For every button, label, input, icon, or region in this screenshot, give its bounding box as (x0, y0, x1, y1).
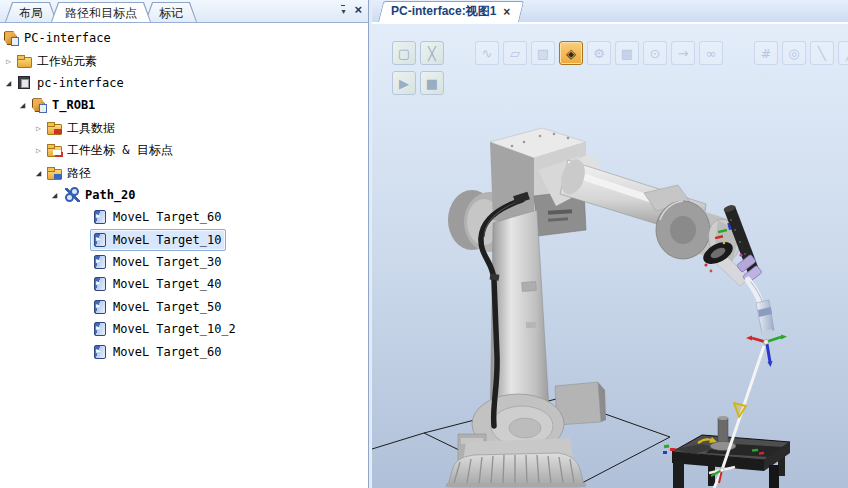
movel-icon (93, 210, 108, 224)
tree-item-label: 工具数据 (67, 121, 115, 135)
view-toolbar-row1: ▢╳∿▱▧◈⚙▩⊙→∞#◎╲╱ (392, 41, 848, 65)
viewport-panel: PC-interface:视图1 × (372, 0, 848, 488)
expander-expanded-icon[interactable]: ◢ (33, 168, 44, 178)
tree-item[interactable]: ◢T_ROB1 (0, 94, 368, 116)
viewport-tab-bar: PC-interface:视图1 × (372, 0, 848, 24)
path-icon (65, 188, 80, 202)
tree-item-label: pc-interface (37, 76, 124, 90)
movel-icon (93, 345, 108, 359)
viewport-tab-close-icon[interactable]: × (503, 6, 510, 18)
tree-item[interactable]: PC-interface (0, 27, 368, 49)
controller-icon (17, 76, 32, 90)
movel-icon (93, 322, 108, 336)
tree-item[interactable]: MoveL Target_10_2 (0, 318, 368, 340)
viewport-tab-label: PC-interface:视图1 (391, 3, 496, 20)
select-surface-icon[interactable]: ▱ (503, 41, 527, 65)
tab-tags[interactable]: 标记 (145, 2, 197, 22)
tree-item-label: MoveL Target_30 (113, 255, 221, 269)
tree-item-label: MoveL Target_60 (113, 345, 221, 359)
browser-tabs: 布局路径和目标点标记 (0, 2, 191, 22)
graphics-viewport[interactable]: ▢╳∿▱▧◈⚙▩⊙→∞#◎╲╱ ▶■ (372, 24, 848, 488)
tab-label: 标记 (145, 2, 197, 22)
tree-item[interactable]: ▷工件坐标 & 目标点 (0, 139, 368, 161)
snap-grid-icon[interactable]: # (754, 41, 778, 65)
movel-icon (93, 277, 108, 291)
viewport-tab[interactable]: PC-interface:视图1 × (378, 1, 519, 22)
browser-tab-bar: 布局路径和目标点标记 ▾ × (0, 0, 368, 23)
tree-item-label: PC-interface (24, 31, 111, 45)
select-part-icon[interactable]: ◈ (559, 41, 583, 65)
tree-item[interactable]: MoveL Target_60 (0, 206, 368, 228)
select-mechanism-icon[interactable]: ⚙ (587, 41, 611, 65)
tab-label: 布局 (5, 2, 57, 22)
tree-item[interactable]: MoveL Target_40 (0, 273, 368, 295)
tab-label: 路径和目标点 (51, 2, 151, 22)
tree-item[interactable]: MoveL Target_10 (0, 229, 368, 251)
tree-item-label: 路径 (67, 166, 91, 180)
tree-item-label: MoveL Target_10_2 (113, 322, 236, 336)
view-fit-icon[interactable]: ▢ (392, 41, 416, 65)
tree-item[interactable]: MoveL Target_50 (0, 296, 368, 318)
tree-item-label: MoveL Target_60 (113, 210, 221, 224)
robotstudio-window: 布局路径和目标点标记 ▾ × PC-interface▷工作站元素◢pc-int… (0, 0, 848, 488)
snap-edge-icon[interactable]: ╱ (838, 41, 848, 65)
folder-icon (17, 54, 32, 68)
paths-targets-browser-panel: 布局路径和目标点标记 ▾ × PC-interface▷工作站元素◢pc-int… (0, 0, 369, 488)
workobject-folder-icon (47, 143, 62, 157)
zoom-extents-icon[interactable]: ╳ (420, 41, 444, 65)
expander-expanded-icon[interactable]: ◢ (49, 190, 60, 200)
movel-icon (93, 300, 108, 314)
path-target-tree: PC-interface▷工作站元素◢pc-interface◢T_ROB1▷工… (0, 23, 368, 488)
tree-item-label: MoveL Target_50 (113, 300, 221, 314)
window-menu-icon[interactable]: ▾ (341, 5, 345, 16)
tree-item[interactable]: ◢Path_20 (0, 184, 368, 206)
tree-item-label: T_ROB1 (52, 98, 95, 112)
stop-icon[interactable]: ■ (420, 71, 444, 95)
tree-item-label: MoveL Target_10 (113, 233, 221, 247)
select-group-icon[interactable]: ▩ (615, 41, 639, 65)
movel-icon (93, 233, 108, 247)
tooldata-folder-icon (47, 121, 62, 135)
movel-icon (93, 255, 108, 269)
expander-collapsed-icon[interactable]: ▷ (33, 123, 44, 132)
select-target-icon[interactable]: ⊙ (643, 41, 667, 65)
tab-paths-and-targets[interactable]: 路径和目标点 (51, 2, 151, 22)
tree-item-label: Path_20 (85, 188, 136, 202)
view-toolbar-row2: ▶■ (392, 71, 448, 95)
select-path-icon[interactable]: ∞ (699, 41, 723, 65)
panel-close-icon[interactable]: × (354, 4, 362, 16)
tree-item[interactable]: ▷工作站元素 (0, 49, 368, 71)
expander-collapsed-icon[interactable]: ▷ (3, 56, 14, 65)
tree-item[interactable]: MoveL Target_30 (0, 251, 368, 273)
expander-collapsed-icon[interactable]: ▷ (33, 146, 44, 155)
station-icon (4, 31, 19, 45)
tree-item[interactable]: ◢路径 (0, 161, 368, 183)
tree-item-label: 工作站元素 (37, 54, 97, 68)
select-moveinstr-icon[interactable]: → (671, 41, 695, 65)
path-folder-icon (47, 166, 62, 180)
tree-item-label: MoveL Target_40 (113, 277, 221, 291)
robot-task-icon (32, 98, 47, 112)
tab-layout[interactable]: 布局 (5, 2, 57, 22)
play-icon[interactable]: ▶ (392, 71, 416, 95)
tree-item[interactable]: MoveL Target_60 (0, 340, 368, 362)
select-body-icon[interactable]: ▧ (531, 41, 555, 65)
tree-item-label: 工件坐标 & 目标点 (67, 143, 173, 157)
snap-end-icon[interactable]: ╲ (810, 41, 834, 65)
expander-expanded-icon[interactable]: ◢ (17, 100, 28, 110)
snap-center-icon[interactable]: ◎ (782, 41, 806, 65)
tree-item[interactable]: ◢pc-interface (0, 72, 368, 94)
select-curve-icon[interactable]: ∿ (475, 41, 499, 65)
panel-window-icons: ▾ × (341, 4, 362, 16)
expander-expanded-icon[interactable]: ◢ (3, 78, 14, 88)
tree-item[interactable]: ▷工具数据 (0, 117, 368, 139)
